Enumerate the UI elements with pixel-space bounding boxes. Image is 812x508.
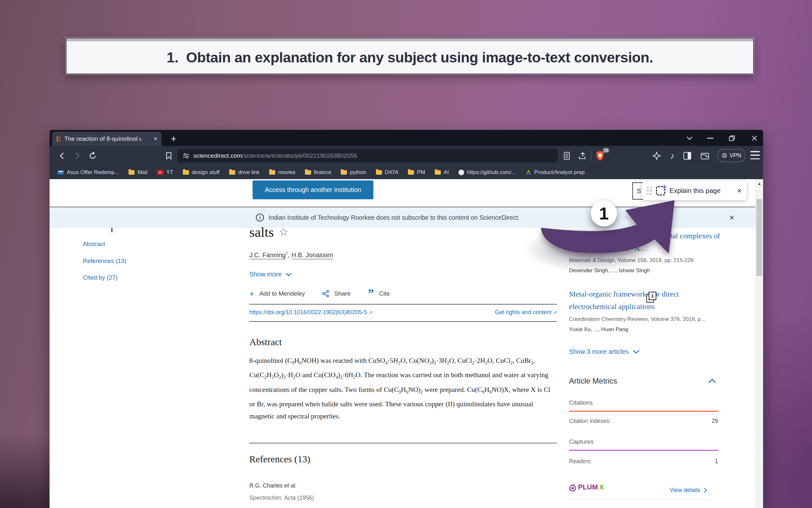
bookmark-item[interactable]: Asus Offer Redemp... (57, 169, 119, 176)
site-settings-icon[interactable] (183, 153, 190, 159)
folder-icon (129, 170, 135, 175)
url-domain: sciencedirect.com (193, 152, 242, 159)
explain-label: Explain this page (669, 187, 721, 195)
back-button-icon[interactable] (57, 151, 67, 161)
menu-icon[interactable] (750, 151, 760, 159)
folder-icon (408, 170, 414, 175)
bookmark-item[interactable]: YT (157, 169, 173, 176)
folder-icon (269, 170, 275, 175)
url-path: /science/article/abs/pii/002219026380205… (242, 152, 357, 159)
explain-this-page-button[interactable]: Explain this page × (642, 181, 747, 200)
url-bar[interactable]: sciencedirect.com/science/article/abs/pi… (178, 149, 558, 163)
browser-window: E The reaction of 8-quinolinol with × + (50, 130, 763, 508)
folder-icon (435, 170, 441, 175)
bookmark-folder[interactable]: Mail (129, 169, 147, 176)
restore-button[interactable] (727, 134, 737, 143)
bookmark-folder[interactable]: finance (305, 169, 332, 176)
page-content: Access through another institution S Exp… (50, 179, 763, 508)
title-banner: 1. Obtain an explanation for any subject… (66, 38, 754, 74)
toolbar-divider (591, 151, 591, 161)
browser-tab[interactable]: E The reaction of 8-quinolinol with × (52, 132, 161, 146)
wallet-icon[interactable] (700, 151, 710, 161)
reader-mode-icon[interactable] (561, 151, 572, 161)
ai-scan-icon (656, 186, 665, 196)
step-number-badge: 1 (591, 200, 617, 226)
tab-search-chevron-icon[interactable] (684, 134, 695, 143)
explain-close-icon[interactable]: × (737, 186, 742, 196)
reload-button-icon[interactable] (87, 151, 98, 161)
asus-icon (57, 170, 64, 175)
tab-title: The reaction of 8-quinolinol with (64, 135, 141, 142)
vpn-label: VPN (729, 152, 742, 159)
bookmark-folder[interactable]: DATA (376, 169, 399, 176)
shield-count-badge: 12 (602, 148, 610, 153)
drag-handle-icon[interactable] (647, 187, 652, 195)
bookmark-folder[interactable]: movies (269, 169, 295, 176)
banner-text: 1. Obtain an explanation for any subject… (66, 41, 753, 74)
youtube-icon (157, 170, 163, 175)
annotation-arrow (50, 179, 763, 508)
browser-toolbar: sciencedirect.com/science/article/abs/pi… (50, 146, 763, 166)
banner-top-strip (66, 38, 753, 41)
bookmark-item[interactable]: https://github.com/... (459, 169, 516, 176)
folder-icon (376, 170, 382, 175)
media-controls-icon[interactable]: ♪ (667, 151, 678, 161)
vpn-button[interactable]: VPN (717, 149, 746, 162)
folder-icon (305, 170, 311, 175)
folder-icon (183, 170, 189, 175)
bookmark-folder[interactable]: PM (408, 169, 425, 176)
bookmark-folder[interactable]: python (341, 169, 366, 176)
sidebar-toggle-icon[interactable] (682, 151, 693, 161)
minimize-button[interactable] (705, 134, 716, 143)
vpn-status-icon (721, 153, 727, 158)
forward-button-icon[interactable] (72, 151, 83, 161)
close-window-button[interactable] (749, 134, 760, 143)
bookmarks-bar: Asus Offer Redemp... Mail YT design stuf… (50, 166, 763, 179)
bookmark-folder[interactable]: design stuff (183, 169, 220, 176)
sciencedirect-favicon: E (56, 135, 61, 143)
bookmark-folder[interactable]: drive link (229, 169, 259, 176)
folder-icon (341, 170, 347, 175)
folder-icon (229, 170, 235, 175)
bookmark-ribbon-icon[interactable] (163, 151, 174, 161)
bookmark-folder[interactable]: AI (435, 169, 449, 176)
bookmark-item[interactable]: Product/Analyst prep (526, 169, 585, 176)
tab-bar: E The reaction of 8-quinolinol with × + (50, 130, 763, 146)
new-tab-button[interactable]: + (168, 133, 179, 144)
github-icon (459, 170, 464, 175)
gdrive-icon (526, 170, 531, 175)
tab-close-icon[interactable]: × (153, 135, 158, 142)
share-page-icon[interactable] (577, 151, 588, 161)
leo-ai-icon[interactable] (651, 151, 662, 161)
url-text: sciencedirect.com/science/article/abs/pi… (193, 152, 357, 159)
